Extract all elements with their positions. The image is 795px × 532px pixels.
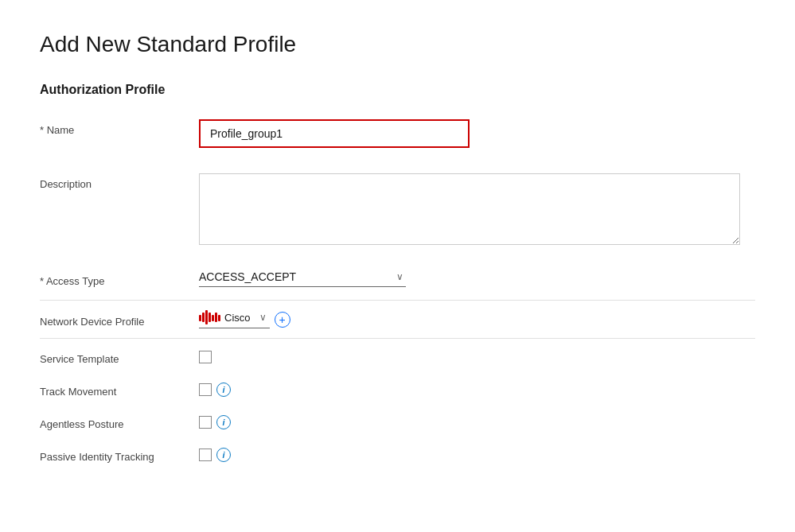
track-movement-row: Track Movement i: [40, 375, 755, 404]
network-device-label: Network Device Profile: [40, 311, 199, 328]
divider-2: [40, 338, 755, 339]
passive-identity-tracking-label: Passive Identity Tracking: [40, 446, 199, 463]
authorization-profile-section: Authorization Profile * Name Description…: [40, 83, 755, 469]
name-field-wrapper: [199, 119, 470, 148]
section-title: Authorization Profile: [40, 83, 755, 97]
network-device-select-wrapper[interactable]: Cisco ∨: [199, 310, 270, 328]
track-movement-info-icon[interactable]: i: [216, 382, 231, 397]
passive-identity-tracking-row: Passive Identity Tracking i: [40, 440, 755, 469]
access-type-select-wrapper[interactable]: ACCESS_ACCEPT ∨: [199, 270, 406, 287]
service-template-row: Service Template: [40, 342, 755, 371]
service-template-label: Service Template: [40, 348, 199, 365]
agentless-posture-row: Agentless Posture i: [40, 407, 755, 437]
svg-rect-5: [215, 313, 217, 322]
description-row: Description: [40, 167, 755, 251]
page-title: Add New Standard Profile: [40, 32, 755, 57]
divider-1: [40, 300, 755, 301]
description-label: Description: [40, 173, 199, 190]
svg-rect-4: [212, 315, 214, 321]
svg-rect-0: [199, 315, 201, 321]
svg-rect-3: [208, 313, 211, 322]
agentless-posture-checkbox[interactable]: [199, 416, 212, 429]
access-type-value: ACCESS_ACCEPT: [199, 270, 393, 283]
network-device-chevron-icon[interactable]: ∨: [257, 311, 270, 324]
network-device-row: Network Device Profile Cisco: [40, 304, 755, 335]
name-row: * Name: [40, 113, 755, 154]
track-movement-checkbox[interactable]: [199, 383, 212, 396]
cisco-icon: [199, 310, 221, 324]
agentless-posture-label: Agentless Posture: [40, 414, 199, 430]
svg-rect-2: [205, 310, 208, 324]
passive-identity-tracking-checkbox[interactable]: [199, 449, 212, 461]
svg-rect-6: [218, 315, 220, 321]
passive-identity-tracking-info-icon[interactable]: i: [216, 448, 231, 462]
svg-rect-1: [202, 313, 205, 322]
description-textarea[interactable]: [199, 173, 740, 245]
access-type-chevron-icon[interactable]: ∨: [393, 270, 406, 283]
agentless-posture-info-icon[interactable]: i: [216, 415, 231, 429]
cisco-text: Cisco: [224, 312, 251, 324]
name-label: * Name: [40, 119, 199, 136]
service-template-checkbox[interactable]: [199, 351, 212, 363]
track-movement-label: Track Movement: [40, 381, 199, 398]
access-type-label: * Access Type: [40, 270, 199, 287]
access-type-row: * Access Type ACCESS_ACCEPT ∨: [40, 264, 755, 293]
cisco-logo: Cisco: [199, 310, 251, 324]
name-input[interactable]: [210, 127, 458, 140]
add-network-device-button[interactable]: +: [275, 312, 290, 328]
